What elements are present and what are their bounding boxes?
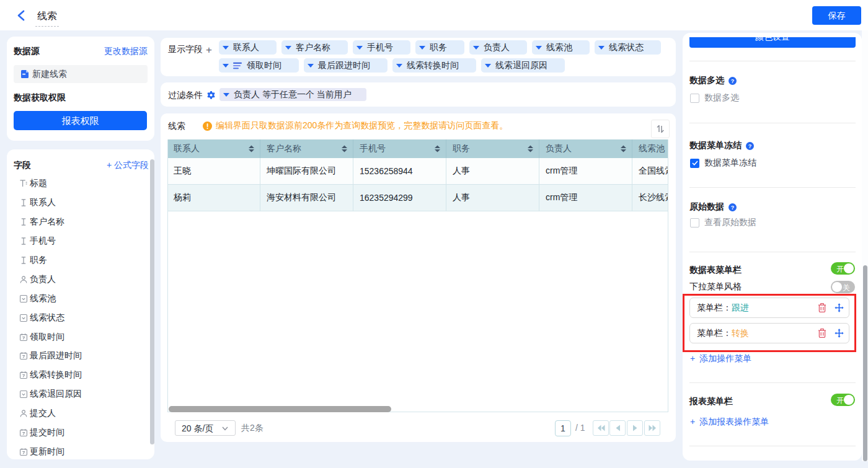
svg-text:?: ? [731,204,735,210]
svg-text:?: ? [748,143,752,149]
svg-text:?: ? [731,77,735,84]
